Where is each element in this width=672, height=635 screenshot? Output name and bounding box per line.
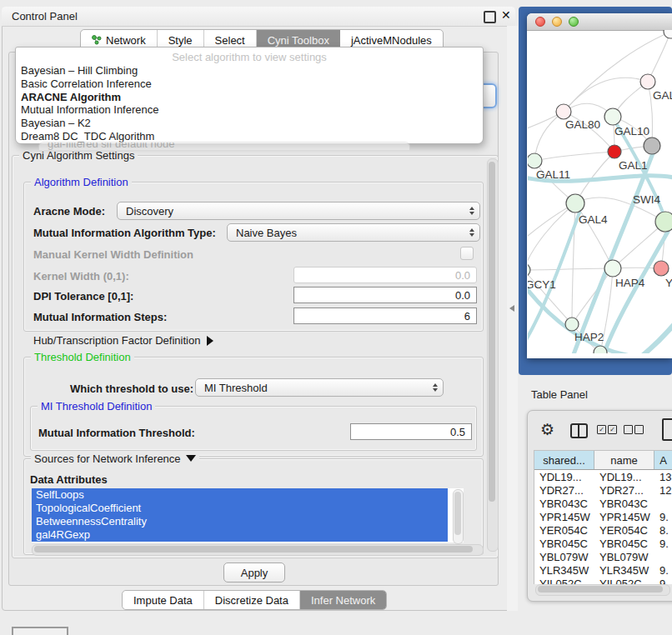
sources-group-title[interactable]: Sources for Network Inference bbox=[31, 452, 199, 465]
table-cell[interactable]: YPR145W bbox=[594, 510, 654, 523]
table-cell[interactable]: YBR045C bbox=[534, 537, 594, 550]
aracne-mode-combo[interactable]: Discovery bbox=[117, 202, 480, 220]
table-row[interactable]: YBR045CYBR045C9. bbox=[534, 537, 672, 550]
table-cell[interactable]: YDR27... bbox=[534, 483, 594, 497]
algorithm-option[interactable]: ARACNE Algorithm bbox=[21, 91, 121, 103]
table-row[interactable]: YPR145WYPR145W9. bbox=[534, 510, 672, 523]
table-cell[interactable]: 13 bbox=[654, 470, 672, 483]
network-edge[interactable] bbox=[528, 203, 575, 270]
table-row[interactable]: YIL052CYIL052C9 bbox=[534, 577, 672, 584]
algorithm-option[interactable]: Dream8 DC_TDC Algorithm bbox=[21, 130, 154, 142]
splitter-collapse-icon[interactable] bbox=[509, 305, 514, 312]
network-node-gal4[interactable] bbox=[566, 194, 584, 212]
attribute-list-item[interactable]: gal4RGexp bbox=[32, 528, 448, 542]
attribute-list-item[interactable]: BetweennessCentrality bbox=[32, 515, 448, 528]
checked-checkbox-icon[interactable]: ✓ bbox=[597, 425, 606, 434]
network-window-titlebar[interactable] bbox=[527, 13, 672, 31]
column-header[interactable]: name bbox=[594, 451, 654, 469]
table-cell[interactable]: YDL19... bbox=[594, 470, 654, 483]
settings-horizontal-scrollbar[interactable] bbox=[32, 544, 484, 556]
network-edge[interactable] bbox=[534, 152, 614, 161]
scrollbar-thumb[interactable] bbox=[454, 492, 461, 535]
list-vertical-scrollbar[interactable] bbox=[453, 489, 464, 544]
table-cell[interactable]: YBR043C bbox=[594, 497, 654, 510]
table-cell[interactable]: YDL19... bbox=[534, 470, 594, 483]
scrollbar-thumb[interactable] bbox=[538, 586, 663, 592]
table-cell[interactable]: 9 bbox=[654, 577, 672, 584]
data-attributes-list[interactable]: SelfLoopsTopologicalCoefficientBetweenne… bbox=[32, 488, 464, 542]
table-row[interactable]: YBR043CYBR043C bbox=[534, 497, 672, 510]
algorithm-option[interactable]: Bayesian – Hill Climbing bbox=[21, 64, 138, 77]
table-cell[interactable]: YDR27... bbox=[594, 483, 654, 497]
gear-icon[interactable]: ⚙ bbox=[540, 420, 554, 439]
table-cell[interactable]: 9. bbox=[654, 510, 672, 523]
control-panel-titlebar[interactable] bbox=[2, 7, 515, 27]
network-node-y[interactable] bbox=[654, 261, 669, 276]
network-canvas[interactable]: GALGAL80GAL10GAL1GAL11GAL4SWI4GCY1HAP4YH… bbox=[528, 30, 672, 353]
tab-infer-network[interactable]: Infer Network bbox=[300, 591, 386, 609]
network-node-swi4[interactable] bbox=[655, 212, 672, 232]
algorithm-option[interactable]: Mutual Information Inference bbox=[21, 103, 158, 116]
table-row[interactable]: YER054CYER054C8. bbox=[534, 523, 672, 537]
columns-icon[interactable] bbox=[570, 423, 588, 438]
network-node-gal10[interactable] bbox=[604, 108, 621, 125]
tab-impute-data[interactable]: Impute Data bbox=[123, 591, 204, 609]
table-cell[interactable] bbox=[654, 497, 672, 510]
minimize-traffic-light-icon[interactable] bbox=[552, 17, 562, 27]
apply-button[interactable]: Apply bbox=[223, 562, 285, 582]
column-header[interactable]: shared... bbox=[534, 451, 594, 469]
table-cell[interactable]: YER054C bbox=[534, 523, 594, 537]
table-row[interactable]: YBL079WYBL079W bbox=[534, 550, 672, 563]
table-cell[interactable] bbox=[654, 550, 672, 563]
float-window-icon[interactable] bbox=[484, 11, 496, 23]
network-node-hap4[interactable] bbox=[604, 260, 621, 277]
network-edge[interactable] bbox=[564, 78, 648, 112]
close-icon[interactable]: ✕ bbox=[501, 8, 511, 22]
network-node-gcy1[interactable] bbox=[528, 263, 530, 277]
table-horizontal-scrollbar[interactable] bbox=[535, 584, 670, 596]
scrollbar-thumb[interactable] bbox=[34, 546, 473, 552]
mi-steps-field[interactable]: 6 bbox=[293, 308, 477, 324]
table-cell[interactable]: 9. bbox=[654, 563, 672, 577]
zoom-traffic-light-icon[interactable] bbox=[569, 17, 579, 27]
manual-kernel-checkbox[interactable] bbox=[460, 247, 474, 260]
network-node-hap2[interactable] bbox=[565, 318, 579, 331]
network-edge-thick[interactable] bbox=[573, 153, 653, 353]
algorithm-option[interactable]: Basic Correlation Inference bbox=[21, 78, 152, 90]
table-cell[interactable]: 12 bbox=[654, 483, 672, 497]
attribute-list-item[interactable]: SelfLoops bbox=[32, 488, 448, 502]
column-header[interactable]: A bbox=[654, 451, 672, 469]
unchecked-checkbox-icon[interactable] bbox=[634, 425, 644, 434]
network-edge[interactable] bbox=[648, 32, 670, 82]
table-row[interactable]: YLR345WYLR345W9. bbox=[534, 563, 672, 577]
scrollbar-thumb[interactable] bbox=[489, 162, 495, 502]
table-cell[interactable]: YBL079W bbox=[534, 550, 594, 563]
table-row[interactable]: YDL19...YDL19...13 bbox=[534, 470, 672, 483]
table-cell[interactable]: 8. bbox=[654, 523, 672, 537]
network-edge-thick[interactable] bbox=[641, 320, 672, 353]
dpi-tolerance-field[interactable]: 0.0 bbox=[293, 287, 477, 303]
algorithm-option[interactable]: Bayesian – K2 bbox=[21, 117, 91, 129]
table-cell[interactable]: YIL052C bbox=[534, 577, 594, 584]
network-node-gal11[interactable] bbox=[528, 153, 542, 168]
node-table[interactable]: shared...nameAYDL19...YDL19...13YDR27...… bbox=[534, 450, 672, 584]
tab-discretize-data[interactable]: Discretize Data bbox=[204, 591, 300, 609]
network-edge[interactable] bbox=[528, 268, 613, 270]
file-icon[interactable] bbox=[662, 418, 672, 441]
network-node[interactable] bbox=[664, 30, 672, 38]
settings-vertical-scrollbar[interactable] bbox=[487, 158, 499, 552]
table-cell[interactable]: YBR043C bbox=[534, 497, 594, 510]
table-cell[interactable]: YBL079W bbox=[594, 550, 654, 563]
unchecked-checkbox-icon[interactable] bbox=[624, 425, 633, 434]
table-row[interactable]: YDR27...YDR27...12 bbox=[534, 483, 672, 497]
network-edge[interactable] bbox=[572, 268, 613, 324]
network-node[interactable] bbox=[644, 138, 660, 154]
attribute-list-item[interactable]: TopologicalCoefficient bbox=[32, 502, 448, 515]
panel-splitter[interactable] bbox=[507, 26, 518, 611]
table-cell[interactable]: YPR145W bbox=[534, 510, 594, 523]
checked-checkbox-icon[interactable]: ✓ bbox=[608, 425, 617, 434]
mi-type-combo[interactable]: Naive Bayes bbox=[227, 223, 480, 242]
table-cell[interactable]: YBR045C bbox=[594, 537, 654, 550]
table-cell[interactable]: YLR345W bbox=[594, 563, 654, 577]
mi-threshold-field[interactable]: 0.5 bbox=[350, 423, 472, 440]
